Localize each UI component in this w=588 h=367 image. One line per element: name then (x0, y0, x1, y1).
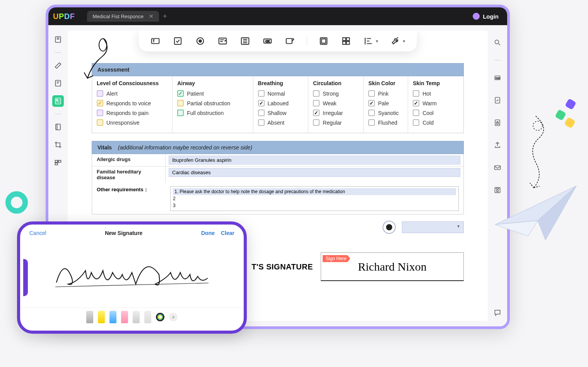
row-label: Familial hereditary disease (92, 166, 166, 183)
requirement-line: 1. Please ask the doctor to help note th… (173, 188, 456, 195)
title-bar: UPDF Medical Fist Responce ✕ + Login (48, 7, 507, 25)
eraser-tool[interactable] (121, 311, 128, 323)
text-field-tool[interactable] (150, 35, 161, 47)
add-tool-button[interactable]: + (169, 313, 178, 321)
crop-icon[interactable] (52, 139, 64, 151)
option-label: Pale (378, 100, 389, 106)
pencil-tool[interactable] (133, 311, 140, 323)
checkbox-option[interactable]: Cold (413, 119, 459, 126)
row-value[interactable]: Ibuprofen Granules aspirin (166, 154, 463, 166)
share-icon[interactable] (492, 139, 503, 151)
checkbox-icon (177, 100, 184, 106)
svg-text:OCR: OCR (496, 77, 500, 79)
checkbox-option[interactable]: Weak (313, 100, 359, 106)
svg-rect-20 (347, 38, 350, 41)
convert-icon[interactable] (492, 94, 503, 106)
other-label: Other requirements： (97, 186, 149, 193)
checkbox-option[interactable]: Pale (368, 100, 403, 106)
comment-icon[interactable] (492, 307, 503, 319)
option-label: Flushed (378, 120, 397, 126)
checkbox-option[interactable]: Absent (258, 119, 304, 126)
checkbox-icon (258, 90, 265, 97)
record-button[interactable] (383, 221, 396, 234)
checkbox-option[interactable]: Normal (258, 90, 304, 97)
annotate-icon[interactable] (52, 60, 64, 71)
align-dropdown[interactable]: ▼ (363, 35, 379, 47)
svg-rect-8 (152, 39, 159, 44)
option-label: Responds to voice (106, 100, 151, 106)
option-label: Laboued (268, 100, 289, 106)
checkbox-option[interactable]: Syanotic (368, 110, 403, 116)
checkbox-option[interactable]: Patient (177, 90, 248, 97)
done-button[interactable]: Done (201, 230, 215, 236)
protect-icon[interactable] (492, 117, 503, 129)
highlighter-tool[interactable] (98, 311, 105, 323)
thumbnails-icon[interactable] (52, 34, 64, 45)
checkbox-option[interactable]: Flushed (368, 119, 403, 126)
new-tab-button[interactable]: + (163, 12, 167, 21)
clear-button[interactable]: Clear (221, 230, 234, 236)
checkbox-option[interactable]: Strong (313, 90, 359, 97)
signature-field[interactable]: Sign Here Richard Nixon (321, 252, 464, 281)
column-header: Skin Temp (413, 80, 459, 86)
edit-text-icon[interactable] (52, 77, 64, 89)
checkbox-option[interactable]: Shallow (258, 110, 304, 116)
page-tools-icon[interactable] (52, 121, 64, 133)
checkbox-option[interactable]: Cool (413, 110, 459, 116)
svg-rect-18 (321, 39, 326, 43)
checkbox-option[interactable]: Responds to pain (97, 110, 168, 116)
login-label: Login (483, 13, 499, 20)
checkbox-option[interactable]: Laboued (258, 100, 304, 106)
checkbox-option[interactable]: Regular (313, 119, 359, 126)
option-label: Unresponsive (106, 120, 140, 126)
checkbox-option[interactable]: Full obstruction (177, 110, 248, 116)
search-icon[interactable] (492, 37, 503, 48)
checkbox-option[interactable]: Responds to voice (97, 100, 168, 106)
organize-icon[interactable] (52, 157, 64, 168)
avatar-icon (473, 13, 480, 20)
record-select[interactable] (402, 221, 464, 233)
checkbox-icon (97, 90, 103, 97)
checkbox-option[interactable]: Irregular (313, 110, 359, 116)
signature-tool[interactable] (284, 35, 296, 47)
close-tab-icon[interactable]: ✕ (149, 13, 154, 19)
checkbox-option[interactable]: Hot (413, 90, 459, 97)
checkbox-option[interactable]: Alert (97, 90, 168, 97)
record-dot-icon (386, 224, 392, 230)
option-label: Cold (422, 120, 434, 126)
checkbox-option[interactable]: Partial obstruction (177, 100, 248, 106)
other-requirements-box[interactable]: 1. Please ask the doctor to help note th… (170, 186, 459, 211)
document-tab[interactable]: Medical Fist Responce ✕ (87, 11, 159, 22)
pen-tool[interactable] (86, 311, 93, 323)
email-icon[interactable] (492, 162, 503, 173)
ocr-icon[interactable]: OCR (492, 72, 503, 84)
cancel-button[interactable]: Cancel (29, 230, 46, 236)
login-button[interactable]: Login (469, 11, 503, 22)
ruler-tool[interactable] (144, 311, 151, 323)
button-tool[interactable]: OK (262, 35, 273, 47)
drawing-tools: + (20, 307, 244, 326)
checkbox-option[interactable]: Pink (368, 90, 403, 97)
image-field-tool[interactable] (318, 35, 330, 47)
option-label: Partial obstruction (187, 100, 230, 106)
checkbox-icon (258, 119, 265, 126)
listbox-tool[interactable] (239, 35, 251, 47)
checkbox-icon (368, 90, 375, 97)
checkbox-tool[interactable] (172, 35, 184, 47)
chevron-down-icon: ▼ (402, 39, 406, 43)
marker-tool[interactable] (109, 311, 116, 323)
form-mode-icon[interactable] (52, 95, 64, 107)
dropdown-tool[interactable] (217, 35, 229, 47)
assessment-column: AirwayPatientPartial obstructionFull obs… (173, 76, 253, 133)
checkbox-option[interactable]: Unresponsive (97, 119, 168, 126)
signature-canvas[interactable] (20, 242, 244, 307)
color-picker[interactable] (156, 313, 164, 321)
grid-tool[interactable] (340, 35, 352, 47)
checkbox-option[interactable]: Warm (413, 100, 459, 106)
checkbox-icon (97, 100, 103, 106)
save-icon[interactable] (492, 184, 503, 196)
tools-dropdown[interactable]: ▼ (390, 35, 406, 47)
svg-rect-16 (286, 39, 292, 44)
row-value[interactable]: Cardiac diseases (166, 166, 463, 183)
radio-tool[interactable] (195, 35, 206, 47)
